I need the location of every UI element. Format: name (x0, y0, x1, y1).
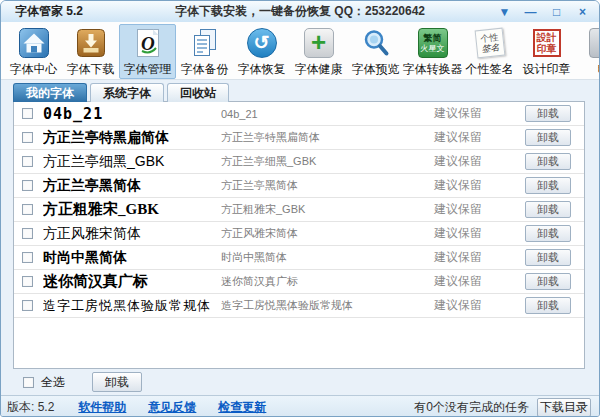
keep-suggestion-label: 建议保留 (434, 273, 512, 290)
row-checkbox[interactable] (22, 300, 33, 311)
health-cross-icon: + (303, 27, 335, 59)
main-toolbar: 字体中心 字体下载 O (1, 22, 599, 80)
backup-icon (189, 27, 221, 59)
list-footer: 全选 卸载 (1, 369, 599, 395)
uninstall-button[interactable]: 卸载 (525, 201, 571, 218)
font-manage-icon: O (132, 27, 164, 59)
uninstall-button[interactable]: 卸载 (525, 105, 571, 122)
font-plain-name: 方正兰亭特黑扁简体 (221, 130, 434, 145)
uninstall-button[interactable]: 卸载 (525, 273, 571, 290)
toolbar-item-font-converter[interactable]: 繁简 火星文 字体转换器 (404, 24, 461, 79)
stamp-icon: 設計 印章 (531, 27, 563, 59)
font-plain-name: 造字工房悦黑体验版常规体 (221, 298, 434, 313)
font-display-name: 迷你简汉真广标 (43, 272, 221, 291)
help-link[interactable]: 软件帮助 (78, 399, 126, 416)
font-display-name: 方正兰亭黑简体 (43, 177, 221, 195)
font-plain-name: 方正粗雅宋_GBK (221, 202, 434, 217)
toolbar-item-font-health[interactable]: + 字体健康 (290, 24, 347, 79)
uninstall-button[interactable]: 卸载 (525, 297, 571, 314)
toolbar-item-font-preview[interactable]: 字体预览 (347, 24, 404, 79)
pending-tasks-label: 有0个没有完成的任务 (414, 399, 529, 416)
uninstall-button[interactable]: 卸载 (525, 129, 571, 146)
toolbar-item-label: 设计印章 (523, 61, 571, 78)
keep-suggestion-label: 建议保留 (434, 105, 512, 122)
uninstall-selected-button[interactable]: 卸载 (92, 372, 142, 392)
toolbar-item-label: 字体中心 (10, 61, 58, 78)
keep-suggestion-label: 建议保留 (434, 225, 512, 242)
toolbar-item-font-download[interactable]: 字体下载 (62, 24, 119, 79)
keep-suggestion-label: 建议保留 (434, 249, 512, 266)
toolbar-item-label: 字体健康 (295, 61, 343, 78)
select-all-checkbox[interactable] (23, 377, 34, 388)
row-checkbox[interactable] (22, 156, 33, 167)
close-icon[interactable]: × (574, 4, 591, 20)
version-label: 版本: 5.2 (7, 399, 54, 416)
row-checkbox[interactable] (22, 204, 33, 215)
table-row: 方正兰亭黑简体 方正兰亭黑简体 建议保留 卸载 (14, 174, 584, 198)
row-checkbox[interactable] (22, 276, 33, 287)
toolbar-item-font-backup[interactable]: 字体备份 (176, 24, 233, 79)
status-bar: 版本: 5.2 软件帮助 意见反馈 检查更新 有0个没有完成的任务 下载目录 (1, 395, 599, 417)
row-checkbox[interactable] (22, 180, 33, 191)
maximize-icon[interactable]: □ (548, 4, 565, 20)
keep-suggestion-label: 建议保留 (434, 129, 512, 146)
table-row: 04b_21 04b_21 建议保留 卸载 (14, 102, 584, 126)
font-display-name: 时尚中黑简体 (43, 249, 221, 267)
menu-dropdown-icon[interactable]: ▼ (496, 4, 513, 20)
window-controls: ▼ — □ × (496, 4, 591, 20)
font-plain-name: 时尚中黑简体 (221, 250, 434, 265)
minimize-icon[interactable]: — (522, 4, 539, 20)
tab-recycle-bin[interactable]: 回收站 (167, 83, 229, 102)
toolbar-item-font-manage[interactable]: O 字体管理 (119, 24, 176, 79)
toolbar-item-label: 字体转换器 (403, 61, 463, 78)
restore-icon: ↺ (246, 27, 278, 59)
font-plain-name: 迷你简汉真广标 (221, 274, 434, 289)
row-checkbox[interactable] (22, 108, 33, 119)
toolbar-item-label: 电 (598, 61, 600, 78)
tab-system-fonts[interactable]: 系统字体 (90, 83, 164, 102)
row-checkbox[interactable] (22, 252, 33, 263)
keep-suggestion-label: 建议保留 (434, 201, 512, 218)
tab-bar: 我的字体 系统字体 回收站 (13, 83, 599, 102)
uninstall-button[interactable]: 卸载 (525, 153, 571, 170)
font-display-name: 方正兰亭特黑扁简体 (43, 129, 221, 147)
font-plain-name: 方正兰亭细黑_GBK (221, 154, 434, 169)
row-checkbox[interactable] (22, 132, 33, 143)
table-row: 方正风雅宋简体 方正风雅宋简体 建议保留 卸载 (14, 222, 584, 246)
font-list-panel: 04b_21 04b_21 建议保留 卸载 方正兰亭特黑扁简体 方正兰亭特黑扁简… (13, 101, 585, 369)
toolbar-item-signature[interactable]: 个性 签名 个性签名 (461, 24, 518, 79)
font-plain-name: 方正风雅宋简体 (221, 226, 434, 241)
font-display-name: 方正兰亭细黑_GBK (43, 153, 221, 171)
toolbar-item-label: 字体下载 (67, 61, 115, 78)
toolbar-item-stamp-design[interactable]: 設計 印章 设计印章 (518, 24, 575, 79)
toolbar-item-clipped[interactable]: 电 (575, 24, 599, 79)
download-directory-button[interactable]: 下载目录 (537, 398, 591, 417)
keep-suggestion-label: 建议保留 (434, 297, 512, 314)
select-all-label: 全选 (41, 374, 65, 391)
converter-icon: 繁简 火星文 (417, 27, 449, 59)
uninstall-button[interactable]: 卸载 (525, 249, 571, 266)
home-icon (18, 27, 50, 59)
title-subtitle: 字体下载安装，一键备份恢复 QQ：253220642 (175, 3, 425, 20)
signature-paper-icon: 个性 签名 (474, 27, 506, 59)
uninstall-button[interactable]: 卸载 (525, 225, 571, 242)
toolbar-item-label: 个性签名 (466, 61, 514, 78)
font-display-name: 造字工房悦黑体验版常规体 (43, 297, 221, 315)
toolbar-item-label: 字体预览 (352, 61, 400, 78)
font-display-name: 04b_21 (43, 105, 221, 123)
toolbar-item-font-center[interactable]: 字体中心 (5, 24, 62, 79)
tab-my-fonts[interactable]: 我的字体 (13, 83, 87, 102)
table-row: 方正兰亭细黑_GBK 方正兰亭细黑_GBK 建议保留 卸载 (14, 150, 584, 174)
uninstall-button[interactable]: 卸载 (525, 177, 571, 194)
feedback-link[interactable]: 意见反馈 (148, 399, 196, 416)
toolbar-item-label: 字体恢复 (238, 61, 286, 78)
row-checkbox[interactable] (22, 228, 33, 239)
table-row: 时尚中黑简体 时尚中黑简体 建议保留 卸载 (14, 246, 584, 270)
keep-suggestion-label: 建议保留 (434, 153, 512, 170)
check-update-link[interactable]: 检查更新 (218, 399, 266, 416)
main-content: 我的字体 系统字体 回收站 04b_21 04b_21 建议保留 卸载 方正兰亭… (1, 80, 599, 395)
font-display-name: 方正粗雅宋_GBK (43, 200, 221, 219)
download-icon (75, 27, 107, 59)
toolbar-item-font-restore[interactable]: ↺ 字体恢复 (233, 24, 290, 79)
title-bar: 字体管家 5.2 字体下载安装，一键备份恢复 QQ：253220642 ▼ — … (1, 1, 599, 22)
